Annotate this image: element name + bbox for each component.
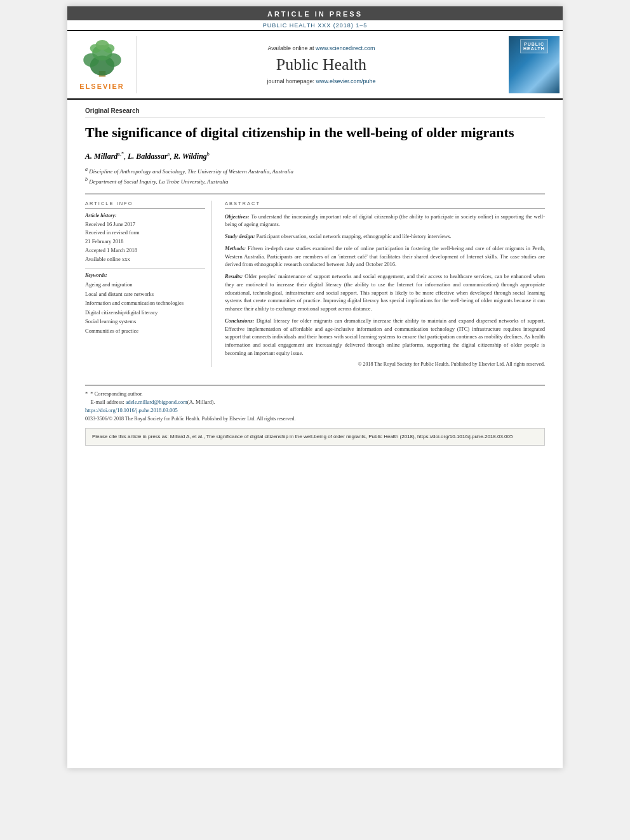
keyword-6: Communities of practice: [85, 326, 205, 335]
article-in-press-label: ARTICLE IN PRESS: [267, 10, 363, 18]
author-1-sup: a,*: [117, 151, 124, 157]
article-in-press-banner: ARTICLE IN PRESS: [67, 6, 563, 20]
header-section: ELSEVIER Available online at www.science…: [67, 30, 563, 100]
history-revised-label: Received in revised form: [85, 229, 205, 237]
abstract-header: ABSTRACT: [225, 201, 545, 209]
keyword-5: Social learning systems: [85, 317, 205, 326]
keyword-2: Local and distant care networks: [85, 290, 205, 298]
doi-link-line: https://doi.org/10.1016/j.puhe.2018.03.0…: [85, 407, 545, 413]
journal-center: Available online at www.sciencedirect.co…: [137, 36, 506, 93]
abstract-col: ABSTRACT Objectives: To understand the i…: [225, 201, 545, 367]
keyword-1: Ageing and migration: [85, 280, 205, 289]
doi-link[interactable]: https://doi.org/10.1016/j.puhe.2018.03.0…: [85, 407, 178, 413]
footnote-section: * * Corresponding author. E-mail address…: [67, 390, 563, 422]
svg-point-7: [95, 40, 109, 50]
journal-image: PUBLICHEALTH: [506, 36, 563, 93]
sciencedirect-link[interactable]: www.sciencedirect.com: [316, 45, 375, 51]
abstract-study-design: Study design: Participant observation, s…: [225, 232, 545, 241]
corresponding-star: *: [85, 390, 88, 397]
pub-health-badge: PUBLICHEALTH: [520, 39, 548, 53]
copyright-line: © 2018 The Royal Society for Public Heal…: [225, 361, 545, 367]
main-content: Original Research The significance of di…: [67, 100, 563, 373]
article-info-header: ARTICLE INFO: [85, 201, 205, 209]
elsevier-tree-icon: [80, 39, 124, 81]
author-email-link[interactable]: adele.millard@bigpond.com: [126, 399, 187, 405]
cite-box: Please cite this article in press as: Mi…: [85, 428, 545, 446]
issn-line: 0033-3506/© 2018 The Royal Society for P…: [85, 416, 545, 422]
available-online-text: Available online at www.sciencedirect.co…: [268, 45, 375, 51]
two-col-section: ARTICLE INFO Article history: Received 1…: [85, 194, 545, 367]
journal-homepage-text: journal homepage: www.elsevier.com/puhe: [267, 78, 375, 84]
history-accepted: Accepted 1 March 2018: [85, 246, 205, 255]
author-2-name: L. Baldassar: [128, 152, 168, 161]
journal-title: Public Health: [276, 55, 366, 74]
journal-cover: PUBLICHEALTH: [509, 36, 560, 93]
history-available: Available online xxx: [85, 255, 205, 263]
email-footnote: E-mail address: adele.millard@bigpond.co…: [85, 399, 545, 405]
elsevier-brand-text: ELSEVIER: [79, 83, 124, 90]
abstract-objectives: Objectives: To understand the increasing…: [225, 213, 545, 229]
history-received: Received 16 June 2017: [85, 220, 205, 229]
history-label: Article history:: [85, 213, 205, 218]
journal-homepage-link[interactable]: www.elsevier.com/puhe: [316, 78, 376, 84]
abstract-methods: Methods: Fifteen in-depth case studies e…: [225, 244, 545, 269]
author-3-sup: b: [207, 151, 210, 157]
article-info-col: ARTICLE INFO Article history: Received 1…: [85, 201, 212, 367]
authors-line: A. Millarda,*, L. Baldassara, R. Wilding…: [85, 151, 545, 161]
email-label: E-mail address:: [91, 399, 124, 405]
author-3-name: R. Wilding: [173, 152, 207, 161]
affiliation-1: a Discipline of Anthropology and Sociolo…: [85, 166, 545, 175]
journal-ref-text: PUBLIC HEALTH XXX (2018) 1–5: [263, 22, 367, 29]
history-revised-date: 21 February 2018: [85, 237, 205, 246]
elsevier-logo: ELSEVIER: [67, 36, 137, 93]
article-title: The significance of digital citizenship …: [85, 124, 545, 142]
abstract-results: Results: Older peoples' maintenance of s…: [225, 272, 545, 313]
corresponding-label: * Corresponding author.: [90, 390, 142, 397]
keyword-4: Digital citizenship/digital literacy: [85, 308, 205, 317]
author-1-name: A. Millard: [85, 152, 117, 161]
keyword-3: Information and communication technologi…: [85, 298, 205, 307]
author-2-sup: a: [168, 151, 170, 157]
journal-ref-line: PUBLIC HEALTH XXX (2018) 1–5: [67, 20, 563, 30]
page: ARTICLE IN PRESS PUBLIC HEALTH XXX (2018…: [67, 6, 563, 768]
corresponding-author-note: * * Corresponding author.: [85, 390, 545, 397]
abstract-conclusions: Conclusions: Digital literacy for older …: [225, 317, 545, 357]
footer-divider: [85, 385, 545, 385]
email-suffix: (A. Millard).: [187, 399, 215, 405]
affiliation-2: b Department of Social Inquiry, La Trobe…: [85, 177, 545, 185]
article-type-label: Original Research: [85, 107, 545, 117]
keywords-label: Keywords:: [85, 268, 205, 278]
